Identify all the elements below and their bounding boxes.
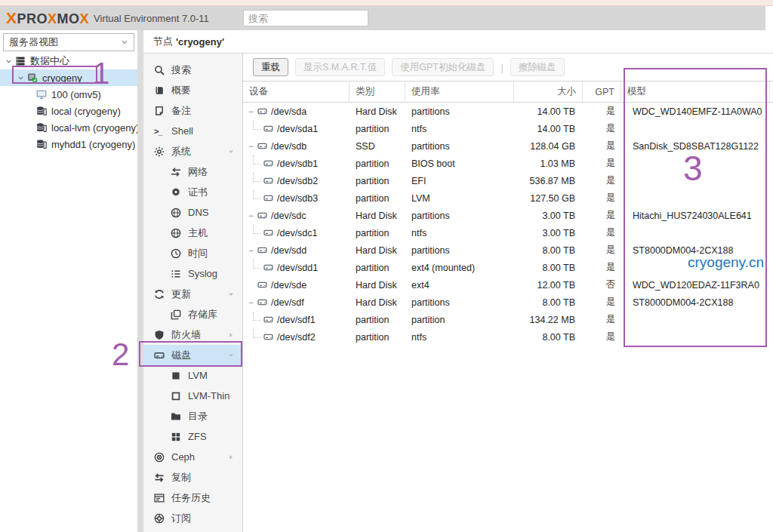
device-cell: −/dev/sdc [243, 207, 350, 224]
summary-book-icon [154, 85, 166, 96]
type-cell: partition [350, 328, 405, 346]
disk-row-dev-sdf[interactable]: −/dev/sdfHard Diskpartitions8.00 TB是ST80… [243, 294, 773, 311]
disk-row-dev-sdd[interactable]: −/dev/sddHard Diskpartitions8.00 TB是ST80… [243, 241, 773, 259]
tree-item-100-omv5[interactable]: 100 (omv5) [0, 86, 137, 103]
tree-item-myhdd1-cryogeny[interactable]: myhdd1 (cryogeny) [0, 136, 137, 152]
device-label: /dev/sdc1 [277, 228, 318, 238]
tree-item-数据中心[interactable]: 数据中心 [0, 53, 137, 69]
menu-item-lvm-thin[interactable]: LVM-Thin [143, 386, 242, 406]
tree-item-local-cryogeny[interactable]: local (cryogeny) [0, 103, 137, 119]
column-header-类别[interactable]: 类别 [350, 81, 405, 102]
menu-item-label: 任务历史 [171, 491, 211, 505]
column-header-设备[interactable]: 设备 [243, 81, 350, 102]
device-label: /dev/sdb [271, 141, 306, 152]
menu-item-网络[interactable]: 网络 [143, 161, 242, 182]
menu-item-磁盘[interactable]: 磁盘 [143, 345, 242, 365]
disk-row-dev-sda[interactable]: −/dev/sdaHard Diskpartitions14.00 TB是WDC… [243, 103, 773, 120]
device-cell: /dev/sdf1 [243, 311, 350, 328]
menu-item-主机[interactable]: 主机 [143, 223, 242, 243]
disk-icon [257, 297, 267, 307]
collapse-expander-icon[interactable]: − [247, 211, 255, 221]
collapse-expander-icon[interactable]: − [247, 245, 255, 256]
type-cell: Hard Disk [350, 294, 405, 311]
device-label: /dev/sdb2 [277, 176, 318, 186]
擦除磁盘-button[interactable]: 擦除磁盘 [510, 58, 565, 76]
column-header-模型[interactable]: 模型 [621, 81, 770, 102]
menu-item-存储库[interactable]: 存储库 [143, 304, 242, 324]
disk-row-dev-sdf2[interactable]: /dev/sdf2partitionntfs8.00 TB是 [243, 328, 773, 346]
重载-button[interactable]: 重载 [253, 58, 288, 76]
disk-row-dev-sde[interactable]: /dev/sdeHard Diskext412.00 TB否WDC_WD120E… [243, 276, 773, 294]
resource-tree: 数据中心cryogeny100 (omv5)local (cryogeny)lo… [0, 53, 137, 152]
disk-row-dev-sdb1[interactable]: /dev/sdb1partitionBIOS boot1.03 MB是 [243, 155, 773, 172]
menu-item-syslog[interactable]: Syslog [143, 263, 242, 284]
tree-item-local-lvm-cryogeny[interactable]: local-lvm (cryogeny) [0, 119, 137, 136]
logo-text: PRO [17, 11, 48, 26]
gpt-cell: 是 [583, 311, 621, 328]
column-header-使用率[interactable]: 使用率 [405, 81, 514, 102]
disk-row-dev-sdb2[interactable]: /dev/sdb2partitionEFI536.87 MB是 [243, 172, 773, 189]
tree-item-cryogeny[interactable]: cryogeny [0, 69, 137, 86]
global-search-input[interactable] [243, 10, 368, 26]
device-label: /dev/sda1 [277, 124, 318, 134]
menu-item-时间[interactable]: 时间 [143, 243, 242, 263]
disk-row-dev-sdb[interactable]: −/dev/sdbSSDpartitions128.04 GB是SanDisk_… [243, 137, 773, 155]
gpt-cell: 是 [583, 103, 621, 120]
column-header-大小[interactable]: 大小 [514, 81, 583, 102]
network-arrows-icon [171, 167, 183, 177]
menu-item-更新[interactable]: 更新 [143, 284, 242, 304]
disk-row-dev-sdd1[interactable]: /dev/sdd1partitionext4 (mounted)8.00 TB是 [243, 259, 773, 276]
size-cell: 12.00 TB [514, 276, 583, 294]
disk-row-dev-sdc1[interactable]: /dev/sdc1partitionntfs3.00 TB是 [243, 224, 773, 241]
menu-item-任务历史[interactable]: 任务历史 [143, 487, 242, 508]
menu-item-label: 时间 [188, 247, 208, 260]
storage-icon [36, 139, 48, 149]
menu-item-shell[interactable]: >_Shell [143, 121, 242, 141]
menu-item-系统[interactable]: 系统 [143, 141, 242, 161]
collapse-expander-icon[interactable]: − [247, 141, 255, 152]
collapse-expander-icon[interactable]: − [247, 106, 255, 117]
disk-row-dev-sdb3[interactable]: /dev/sdb3partitionLVM127.50 GB是 [243, 189, 773, 207]
view-selector-combo[interactable]: 服务器视图 [3, 33, 134, 51]
menu-item-ceph[interactable]: Ceph [143, 447, 242, 467]
usage-cell: partitions [405, 294, 514, 311]
menu-item-备注[interactable]: 备注 [143, 100, 242, 121]
disk-icon [263, 332, 273, 342]
usage-cell: partitions [405, 103, 514, 120]
tree-expander-icon[interactable] [15, 74, 26, 82]
menu-item-label: 目录 [188, 410, 208, 423]
device-cell: /dev/sde [243, 276, 350, 294]
disk-row-dev-sdf1[interactable]: /dev/sdf1partitionpartition134.22 MB是 [243, 311, 773, 328]
disk-row-dev-sda1[interactable]: /dev/sda1partitionntfs14.00 TB是 [243, 120, 773, 137]
type-cell: partition [350, 189, 405, 207]
使用gpt初始化磁盘-button[interactable]: 使用GPT初始化磁盘 [392, 58, 494, 76]
menu-item-label: 磁盘 [171, 349, 191, 362]
menu-item-证书[interactable]: 证书 [143, 182, 242, 202]
column-header-gpt[interactable]: GPT [583, 81, 621, 102]
device-cell: /dev/sdc1 [243, 224, 350, 241]
menu-item-复制[interactable]: 复制 [143, 467, 242, 487]
显示s-m-a-r-t-值-button[interactable]: 显示S.M.A.R.T.值 [295, 58, 385, 76]
usage-cell: partitions [405, 241, 514, 259]
usage-cell: EFI [405, 172, 514, 189]
disk-row-dev-sdc[interactable]: −/dev/sdcHard Diskpartitions3.00 TB是Hita… [243, 207, 773, 224]
model-cell [621, 172, 770, 189]
shell-icon: >_ [154, 126, 166, 137]
menu-item-zfs[interactable]: ZFS [143, 426, 242, 447]
collapse-expander-icon[interactable]: − [247, 297, 255, 308]
menu-item-lvm[interactable]: LVM [143, 365, 242, 386]
menu-item-搜索[interactable]: 搜索 [143, 60, 242, 80]
menu-item-dns[interactable]: DNS [143, 202, 242, 223]
type-cell: partition [350, 224, 405, 241]
menu-item-目录[interactable]: 目录 [143, 406, 242, 426]
menu-item-概要[interactable]: 概要 [143, 80, 242, 100]
tree-expander-icon[interactable] [3, 57, 14, 66]
menu-item-防火墙[interactable]: 防火墙 [143, 324, 242, 345]
device-label: /dev/sdc [271, 211, 306, 221]
menu-item-订阅[interactable]: 订阅 [143, 508, 242, 528]
device-label: /dev/sdb3 [277, 193, 318, 204]
disk-icon [257, 106, 267, 116]
size-cell: 14.00 TB [514, 103, 583, 120]
type-cell: Hard Disk [350, 207, 405, 224]
panel-splitter[interactable] [137, 30, 143, 532]
